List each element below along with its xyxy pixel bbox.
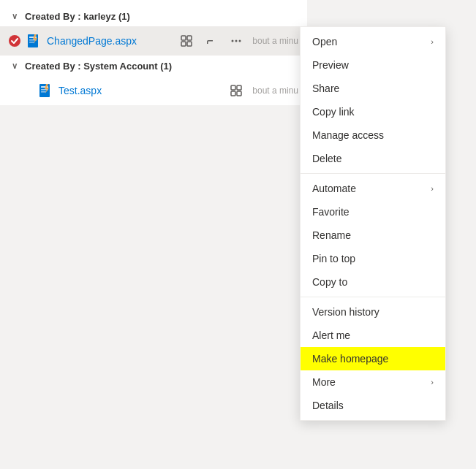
svg-point-10 [232, 40, 234, 42]
share-icon[interactable] [201, 31, 222, 51]
menu-separator-after-delete [301, 173, 445, 174]
menu-item-pin-to-top[interactable]: Pin to top [301, 247, 445, 270]
file-row-changedpage[interactable]: ChangedPage.aspx [0, 26, 307, 56]
menu-item-rename[interactable]: Rename [301, 224, 445, 247]
menu-item-alert-me[interactable]: Alert me [301, 324, 445, 347]
file-test-modified: bout a minu [252, 85, 298, 96]
menu-item-manage-access[interactable]: Manage access [301, 123, 445, 147]
menu-item-label-favorite: Favorite [312, 206, 350, 218]
menu-item-copy-link[interactable]: Copy link [301, 100, 445, 123]
menu-item-label-copy-to: Copy to [312, 276, 347, 288]
file-list: ∨ Created By : karleyz (1) ChangedPage.a… [0, 0, 307, 105]
svg-rect-8 [181, 42, 186, 46]
file-changedpage-modified: bout a minu [252, 36, 298, 46]
menu-item-label-details: Details [312, 400, 344, 411]
more-options-icon[interactable] [226, 31, 246, 51]
svg-point-11 [235, 40, 238, 42]
menu-item-label-alert-me: Alert me [312, 329, 350, 341]
svg-rect-4 [29, 42, 34, 43]
svg-rect-1 [28, 34, 38, 47]
aspx-file-icon [26, 34, 41, 48]
group-header-karleyz[interactable]: ∨ Created By : karleyz (1) [0, 6, 307, 26]
svg-rect-20 [231, 91, 235, 96]
menu-item-automate[interactable]: Automate› [301, 177, 445, 200]
file-row-test[interactable]: Test.aspx bout a minu [0, 76, 307, 105]
submenu-arrow-more-icon: › [431, 378, 434, 386]
menu-item-label-copy-link: Copy link [312, 106, 355, 118]
menu-item-label-delete: Delete [312, 153, 341, 164]
group-karleyz-label: Created By : karleyz (1) [25, 11, 130, 22]
context-menu: Open›PreviewShareCopy linkManage accessD… [300, 26, 446, 421]
menu-item-label-automate: Automate [312, 183, 356, 194]
menu-item-open[interactable]: Open› [301, 30, 445, 53]
menu-separator-after-copy-to [301, 297, 445, 297]
menu-item-label-manage-access: Manage access [312, 129, 384, 141]
menu-item-details[interactable]: Details [301, 394, 445, 417]
menu-item-share[interactable]: Share [301, 77, 445, 100]
aspx-file-icon-test [38, 83, 53, 98]
menu-item-favorite[interactable]: Favorite [301, 200, 445, 224]
svg-rect-21 [237, 91, 241, 96]
svg-point-0 [9, 35, 20, 47]
menu-item-label-version-history: Version history [312, 306, 379, 318]
svg-point-12 [239, 40, 241, 42]
menu-item-label-make-homepage: Make homepage [312, 353, 388, 365]
svg-rect-13 [39, 84, 50, 97]
file-test-name[interactable]: Test.aspx [58, 85, 220, 96]
menu-item-label-pin-to-top: Pin to top [312, 253, 355, 264]
menu-item-copy-to[interactable]: Copy to [301, 270, 445, 294]
open-in-app-icon[interactable] [176, 31, 197, 51]
status-checked-icon [7, 34, 22, 48]
svg-rect-16 [41, 91, 46, 93]
file-changedpage-actions [176, 31, 246, 51]
submenu-arrow-open-icon: › [431, 37, 434, 46]
svg-rect-7 [187, 36, 192, 40]
menu-item-version-history[interactable]: Version history [301, 300, 445, 324]
menu-item-label-preview: Preview [312, 59, 349, 71]
svg-rect-6 [181, 36, 186, 40]
chevron-system-icon: ∨ [9, 60, 20, 72]
menu-item-label-more: More [312, 376, 336, 388]
menu-item-make-homepage[interactable]: Make homepage [301, 347, 445, 370]
group-header-system[interactable]: ∨ Created By : System Account (1) [0, 56, 307, 76]
submenu-arrow-automate-icon: › [431, 184, 434, 193]
file-test-actions [226, 80, 246, 101]
menu-item-label-share: Share [312, 83, 339, 94]
svg-rect-9 [187, 42, 192, 46]
chevron-karleyz-icon: ∨ [9, 10, 20, 22]
open-in-app-icon-test[interactable] [226, 80, 246, 101]
file-changedpage-name[interactable]: ChangedPage.aspx [47, 35, 170, 47]
menu-item-preview[interactable]: Preview [301, 53, 445, 77]
menu-item-more[interactable]: More› [301, 370, 445, 394]
svg-rect-18 [231, 85, 235, 90]
menu-item-label-rename: Rename [312, 229, 351, 241]
svg-rect-19 [237, 85, 241, 90]
group-system-label: Created By : System Account (1) [25, 61, 172, 72]
menu-item-label-open: Open [312, 36, 337, 47]
menu-item-delete[interactable]: Delete [301, 147, 445, 170]
